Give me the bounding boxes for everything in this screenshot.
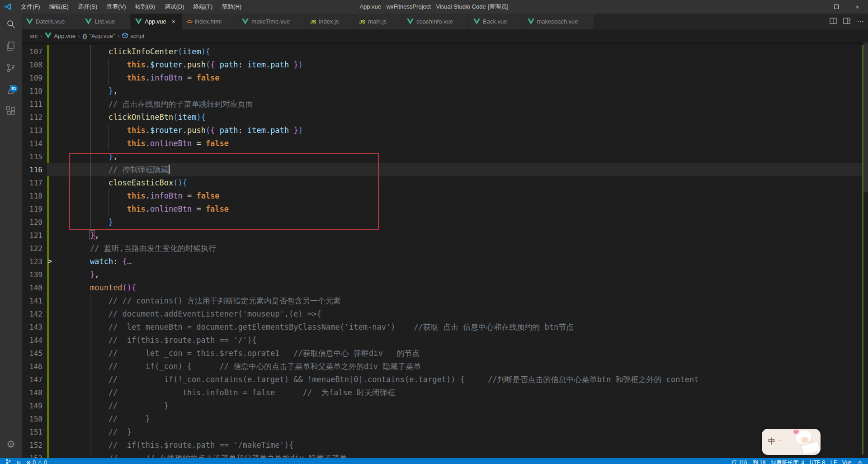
code-editor[interactable]: 107 clickInfoCenter(item){108 this.$rout… bbox=[22, 43, 868, 458]
code-line[interactable]: 121 }, bbox=[22, 229, 868, 242]
more-actions-icon[interactable]: ⋯ bbox=[857, 17, 864, 26]
breadcrumb-item[interactable]: src bbox=[30, 33, 38, 39]
code-text: this.$router.push({ path: item.path }) bbox=[71, 58, 303, 71]
minimize-button[interactable] bbox=[804, 0, 826, 14]
code-line[interactable]: 151 // } bbox=[22, 426, 868, 439]
branch-icon[interactable] bbox=[5, 458, 11, 464]
error-count: 0 bbox=[33, 458, 36, 464]
maximize-button[interactable] bbox=[826, 0, 847, 14]
layout-icon[interactable] bbox=[843, 17, 850, 26]
code-line[interactable]: 108 this.$router.push({ path: item.path … bbox=[22, 58, 868, 71]
code-line[interactable]: 153 // // 在线预约的点击子菜单和父菜单之外的div 隐藏子菜单 bbox=[22, 452, 868, 458]
line-number: 120 bbox=[22, 216, 42, 229]
code-line[interactable]: 117 closeEasticBox(){ bbox=[22, 176, 868, 189]
tab-Dateils.vue[interactable]: Dateils.vue bbox=[22, 14, 80, 29]
code-text: }, bbox=[71, 268, 99, 281]
problems-indicator[interactable]: ⊗0 ⚠0 bbox=[26, 458, 47, 464]
line-number: 147 bbox=[22, 373, 42, 386]
code-line[interactable]: 111 // 点击在线预约的子菜单跳转到对应页面 bbox=[22, 98, 868, 111]
status-item[interactable]: 制表符长度: 4 bbox=[771, 458, 804, 464]
menu-item[interactable]: 终端(T) bbox=[189, 0, 217, 14]
split-editor-icon[interactable] bbox=[830, 17, 837, 26]
code-line[interactable]: 114 this.onlineBtn = false bbox=[22, 137, 868, 150]
menu-item[interactable]: 查看(V) bbox=[102, 0, 130, 14]
code-line[interactable]: 145 // let _con = this.$refs.oprate1 //获… bbox=[22, 347, 868, 360]
code-line[interactable]: 112 clickOnlineBtn(item){ bbox=[22, 111, 868, 124]
code-line[interactable]: 142 // document.addEventListener('mouseu… bbox=[22, 308, 868, 321]
tab-close-icon[interactable]: × bbox=[170, 18, 177, 25]
tab-index.js[interactable]: JSindex.js bbox=[306, 14, 355, 29]
code-line[interactable]: 118 this.infoBtn = false bbox=[22, 189, 868, 203]
code-line[interactable]: 150 // } bbox=[22, 412, 868, 426]
status-item[interactable]: LF bbox=[830, 458, 837, 464]
status-item[interactable]: 行 116，列 18 bbox=[731, 458, 765, 464]
code-line[interactable]: 122 // 监听,当路由发生变化的时候执行 bbox=[22, 242, 868, 255]
tab-Back.vue[interactable]: Back.vue bbox=[469, 14, 523, 29]
fold-chevron-icon[interactable]: > bbox=[48, 255, 52, 268]
status-item[interactable]: ☺ bbox=[857, 458, 863, 464]
code-line[interactable]: 147 // if(!_con.contains(e.target) && !m… bbox=[22, 373, 868, 386]
menu-item[interactable]: 文件(F) bbox=[16, 0, 45, 14]
menu-item[interactable]: 编辑(E) bbox=[45, 0, 73, 14]
code-line[interactable]: 107 clickInfoCenter(item){ bbox=[22, 45, 868, 58]
breadcrumb-item[interactable]: script bbox=[122, 33, 144, 40]
tab-App.vue[interactable]: App.vue× bbox=[131, 14, 182, 29]
tab-makecoach.vue[interactable]: makecoach.vue bbox=[523, 14, 594, 29]
code-line[interactable]: 113 this.$router.push({ path: item.path … bbox=[22, 124, 868, 137]
status-item[interactable]: Vue bbox=[842, 458, 852, 464]
gutter bbox=[42, 189, 71, 203]
code-line[interactable]: 146 // if(_con) { // 信息中心的点击子菜单和父菜单之外的di… bbox=[22, 360, 868, 373]
tab-main.js[interactable]: JSmain.js bbox=[354, 14, 402, 29]
gutter bbox=[42, 242, 71, 255]
tab-List.vue[interactable]: List.vue bbox=[80, 14, 131, 29]
code-line[interactable]: 144 // if(this.$route.path == '/'){ bbox=[22, 334, 868, 347]
search-icon[interactable] bbox=[0, 14, 22, 35]
explorer-icon[interactable] bbox=[0, 35, 22, 57]
code-line[interactable]: 139 }, bbox=[22, 268, 868, 281]
gutter bbox=[42, 111, 71, 124]
gutter bbox=[42, 163, 71, 176]
vertical-scrollbar[interactable] bbox=[862, 43, 868, 458]
breadcrumb-item[interactable]: {}"App.vue" bbox=[83, 33, 115, 39]
tab-index.html[interactable]: <>index.html bbox=[182, 14, 237, 29]
line-number: 146 bbox=[22, 360, 42, 373]
status-item[interactable]: UTF-8 bbox=[810, 458, 825, 464]
code-text: mounted(){ bbox=[71, 281, 136, 294]
gutter bbox=[42, 176, 71, 189]
code-line[interactable]: 148 // this.infoBtn = false // 为false 时关… bbox=[22, 386, 868, 399]
code-line[interactable]: 140 mounted(){ bbox=[22, 281, 868, 294]
menu-item[interactable]: 调试(D) bbox=[160, 0, 189, 14]
gutter bbox=[42, 58, 71, 71]
breadcrumb-item[interactable]: App.vue bbox=[45, 33, 75, 40]
breadcrumb-separator: › bbox=[78, 33, 80, 39]
code-line[interactable]: 143 // let menueBtn = document.getElemen… bbox=[22, 321, 868, 334]
code-line[interactable]: 149 // } bbox=[22, 399, 868, 412]
code-line[interactable]: 110 }, bbox=[22, 85, 868, 98]
code-line[interactable]: 109 this.infoBtn = false bbox=[22, 71, 868, 85]
code-line[interactable]: 120 } bbox=[22, 216, 868, 229]
breadcrumb-label: script bbox=[130, 33, 144, 39]
tab-coachInfo.vue[interactable]: coachInfo.vue bbox=[402, 14, 469, 29]
code-line[interactable]: 152 // if(this.$route.path == '/makeTime… bbox=[22, 439, 868, 452]
scrollbar-thumb[interactable] bbox=[863, 43, 868, 192]
settings-gear-icon[interactable]: ⚙ bbox=[0, 434, 22, 455]
sync-icon[interactable]: ↻ bbox=[16, 458, 21, 464]
menu-item[interactable]: 转到(G) bbox=[131, 0, 160, 14]
code-line[interactable]: 115 }, bbox=[22, 150, 868, 163]
tab-label: coachInfo.vue bbox=[416, 18, 453, 25]
maximize-icon bbox=[834, 5, 839, 9]
code-line[interactable]: 123> watch: {… bbox=[22, 255, 868, 268]
code-line[interactable]: 119 this.onlineBtn = false bbox=[22, 203, 868, 216]
source-control-icon[interactable] bbox=[0, 57, 22, 79]
close-button[interactable]: × bbox=[847, 0, 868, 14]
vscode-logo-icon bbox=[4, 3, 12, 11]
tab-label: index.js bbox=[319, 18, 339, 25]
menu-item[interactable]: 帮助(H) bbox=[217, 0, 246, 14]
code-line[interactable]: 116 // 控制弹框隐藏 bbox=[22, 163, 868, 176]
line-number: 148 bbox=[22, 386, 42, 399]
tab-makeTime.vue[interactable]: makeTime.vue bbox=[237, 14, 306, 29]
error-icon: ⊗ bbox=[26, 458, 31, 464]
menu-item[interactable]: 选择(S) bbox=[73, 0, 102, 14]
extensions-icon[interactable] bbox=[0, 100, 22, 122]
code-line[interactable]: 141 // // contains() 方法用于判断指定元素内是否包含另一个元… bbox=[22, 294, 868, 308]
